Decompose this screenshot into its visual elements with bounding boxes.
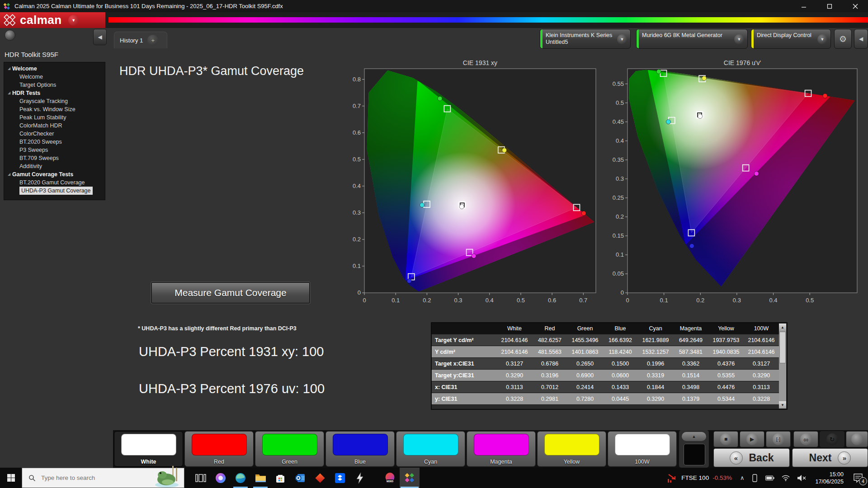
svg-text:0.05: 0.05 [613,270,624,277]
taskbar-app-outlook[interactable] [290,468,310,488]
sidebar-item-welcome[interactable]: Welcome [4,73,105,81]
taskbar-app-calman-client[interactable] [310,468,330,488]
taskbar-app-file-explorer[interactable] [250,468,270,488]
table-cell: 0.7280 [567,396,603,402]
pattern-swatch-blue[interactable]: Blue [326,431,395,467]
sidebar-item-peak-lum-stability[interactable]: Peak Lum Stability [4,113,105,122]
tray-chevron-icon[interactable]: ∧ [740,474,745,481]
svg-text:0.2: 0.2 [696,297,704,304]
stop-icon: ■ [724,436,727,442]
phone-link-icon[interactable] [751,474,758,482]
search-highlight-frog-image[interactable] [154,465,182,488]
stop-button[interactable]: ■ [713,431,738,447]
play-button[interactable]: ▶ [740,431,764,447]
battery-icon[interactable] [765,475,774,481]
taskbar-app-store[interactable] [270,468,290,488]
expander-icon[interactable]: ◢ [8,65,12,73]
sidebar-item-bt-2020-sweeps[interactable]: BT.2020 Sweeps [4,138,105,146]
meter-dropdown[interactable]: Klein Instruments K Series Untitled5 ▼ [540,29,631,49]
calman-diamond-icon [403,472,416,484]
notification-center-button[interactable]: 4 [848,468,868,488]
pattern-swatch-yellow[interactable]: Yellow [537,431,606,467]
taskbar-search[interactable] [22,468,184,488]
sidebar-item-label: HDR Tests [12,89,40,97]
back-button[interactable]: « Back [713,448,790,467]
svg-text:0.1: 0.1 [660,297,668,304]
result-1976: UHDA-P3 Percent 1976 uv: 100 [139,381,325,396]
sidebar-item-hdr-tests[interactable]: ◢HDR Tests [4,89,105,97]
taskbar-app-dropbox[interactable] [330,468,350,488]
scroll-down-icon[interactable]: ▼ [779,401,786,408]
sidebar-item-colorchecker[interactable]: ColorChecker [4,130,105,138]
taskbar-app-edge[interactable] [231,468,250,488]
sidebar-item-welcome[interactable]: ◢Welcome [4,65,105,73]
taskbar-app-lightning[interactable] [350,468,370,488]
step-button[interactable]: [·] [766,431,791,447]
next-button[interactable]: Next » [792,448,868,467]
sidebar-item-grayscale-tracking[interactable]: Grayscale Tracking [4,97,105,105]
sidebar-item-target-options[interactable]: Target Options [4,81,105,89]
sidebar-item-colormatch-hdr[interactable]: ColorMatch HDR [4,122,105,130]
expander-icon[interactable]: ◢ [8,89,12,97]
svg-text:CIE 1976 u'v': CIE 1976 u'v' [724,59,761,66]
clock[interactable]: 15:00 17/06/2025 [815,471,844,485]
table-cell: 0.3127 [497,361,532,367]
task-view-button[interactable] [191,468,211,488]
svg-text:0.8: 0.8 [353,76,361,83]
pattern-preview[interactable] [684,444,705,465]
table-scrollbar[interactable]: ▲ ▼ [779,324,786,408]
taskbar-app-copilot[interactable] [211,468,231,488]
table-cell: 0.3113 [744,384,779,390]
panel-collapse-button[interactable]: ◀ [854,29,868,49]
table-row-label: x: CIE31 [432,384,497,390]
sidebar-item-bt-709-sweeps[interactable]: BT.709 Sweeps [4,154,105,162]
sidebar-item-label: P3 Sweeps [19,146,48,154]
pattern-window-panel: ▲ [679,430,709,468]
taskbar-app-m365[interactable]: M365 [380,468,400,488]
display-dropdown[interactable]: Direct Display Control ▼ [751,29,831,49]
table-cell: 0.1433 [603,384,638,390]
maximize-button[interactable] [816,0,842,12]
taskbar-app-calman-active[interactable] [400,468,420,488]
sidebar-item-additivity[interactable]: Additivity [4,162,105,170]
pattern-swatch-red[interactable]: Red [184,431,254,467]
sidebar-circle-button[interactable] [5,30,15,41]
sidebar-item-peak-vs-window-size[interactable]: Peak vs. Window Size [4,105,105,113]
wifi-icon[interactable] [782,475,790,481]
scrollbar-thumb[interactable] [779,332,786,363]
settings-button[interactable]: ⚙ [834,29,852,49]
expander-icon[interactable]: ◢ [8,170,12,178]
measure-gamut-coverage-button[interactable]: Measure Gamut Coverage [151,282,310,304]
table-cell: 1455.3496 [567,337,603,343]
pattern-swatch-100w[interactable]: 100W [608,431,677,467]
sidebar-item-gamut-coverage-tests[interactable]: ◢Gamut Coverage Tests [4,170,105,178]
pattern-up-button[interactable]: ▲ [682,432,706,441]
source-dropdown[interactable]: Murideo 6G 8K Metal Generator ▼ [636,29,748,49]
sidebar-item-p3-sweeps[interactable]: P3 Sweeps [4,146,105,154]
calman-logo-block[interactable]: calman ▼ [0,12,105,28]
pattern-swatch-cyan[interactable]: Cyan [396,431,465,467]
sync-button[interactable]: ↻ [820,431,844,447]
pattern-swatch-magenta[interactable]: Magenta [467,431,536,467]
continuous-button[interactable]: ∞ [793,431,818,447]
tab-history-1[interactable]: History 1 [120,37,143,44]
volume-muted-icon[interactable] [797,474,806,482]
scroll-up-icon[interactable]: ▲ [779,324,786,331]
start-button[interactable] [0,468,22,488]
main-menu-button[interactable]: ▼ [68,15,79,26]
stock-ticker[interactable]: FTSE 100 -0.53% [667,473,732,483]
sidebar-item-bt-2020-gamut-coverage[interactable]: BT.2020 Gamut Coverage [4,178,105,187]
sidebar-item-uhda-p3-gamut-coverage[interactable]: UHDA-P3 Gamut Coverage [4,187,105,195]
add-tab-button[interactable]: + [147,35,158,46]
sidebar-collapse-button[interactable]: ◀ [93,29,107,45]
pattern-swatch-white[interactable]: White [114,431,183,467]
minimize-button[interactable] [791,0,816,12]
table-cell: 1621.9889 [638,337,673,343]
svg-text:0.3: 0.3 [353,209,361,216]
search-input[interactable] [40,474,137,482]
blank-transport-button[interactable] [846,431,868,447]
svg-text:CIE 1931 xy: CIE 1931 xy [463,59,497,66]
calman-logo-icon [4,14,17,27]
close-button[interactable] [842,0,868,12]
pattern-swatch-green[interactable]: Green [255,431,324,467]
